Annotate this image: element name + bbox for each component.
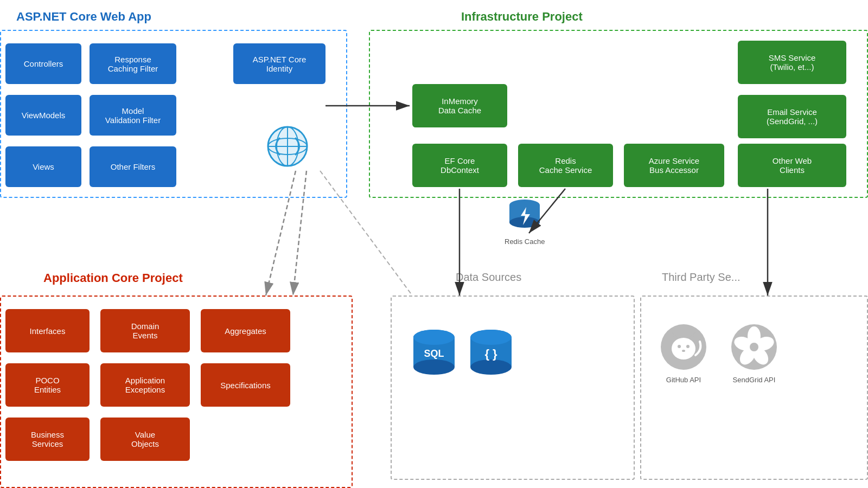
poco-box: POCOEntities xyxy=(5,363,90,407)
svg-point-18 xyxy=(470,330,512,345)
azure-bus-box: Azure ServiceBus Accessor xyxy=(624,144,724,187)
domain-events-box: DomainEvents xyxy=(100,309,190,352)
globe-icon xyxy=(266,125,309,168)
infrastructure-title: Infrastructure Project xyxy=(461,10,583,24)
specifications-box: Specifications xyxy=(201,363,290,407)
value-objects-box: ValueObjects xyxy=(100,418,190,461)
interfaces-box: Interfaces xyxy=(5,309,90,352)
svg-point-13 xyxy=(413,330,455,345)
github-icon: GitHub API xyxy=(651,323,716,384)
svg-text:{ }: { } xyxy=(484,347,497,361)
controllers-box: Controllers xyxy=(5,43,81,84)
svg-point-17 xyxy=(470,359,512,375)
diagram-container: ASP.NET Core Web App Controllers Respons… xyxy=(0,0,868,488)
svg-point-25 xyxy=(686,345,690,348)
svg-point-33 xyxy=(750,343,758,351)
sendgrid-icon: SendGrid API xyxy=(722,323,787,384)
app-exceptions-box: ApplicationExceptions xyxy=(100,363,190,407)
svg-point-21 xyxy=(672,338,695,359)
svg-text:SQL: SQL xyxy=(424,348,444,359)
business-services-box: BusinessServices xyxy=(5,418,90,461)
svg-point-12 xyxy=(413,359,455,375)
inmemory-box: InMemoryData Cache xyxy=(412,84,507,127)
aggregates-box: Aggregates xyxy=(201,309,290,352)
datasources-border xyxy=(391,296,635,480)
ef-core-box: EF CoreDbContext xyxy=(412,144,507,187)
aspnet-title: ASP.NET Core Web App xyxy=(16,10,151,24)
redis-cache-service-box: RedisCache Service xyxy=(518,144,613,187)
email-service-box: Email Service(SendGrid, ...) xyxy=(738,95,846,138)
sql-icon: SQL xyxy=(410,325,458,382)
redis-cache-icon: Redis Cache xyxy=(505,195,545,246)
sms-service-box: SMS Service(Twilio, et...) xyxy=(738,41,846,84)
model-validation-box: ModelValidation Filter xyxy=(90,95,176,136)
aspnet-identity-box: ASP.NET CoreIdentity xyxy=(233,43,326,84)
appcore-title: Application Core Project xyxy=(43,271,183,285)
thirdparty-title: Third Party Se... xyxy=(662,271,741,284)
viewmodels-box: ViewModels xyxy=(5,95,81,136)
response-caching-box: ResponseCaching Filter xyxy=(90,43,176,84)
svg-point-24 xyxy=(678,345,681,348)
datasources-title: Data Sources xyxy=(456,271,521,284)
nosql-icon: { } xyxy=(467,325,515,382)
svg-point-26 xyxy=(682,350,685,352)
other-web-box: Other WebClients xyxy=(738,144,846,187)
views-box: Views xyxy=(5,146,81,187)
other-filters-box: Other Filters xyxy=(90,146,176,187)
